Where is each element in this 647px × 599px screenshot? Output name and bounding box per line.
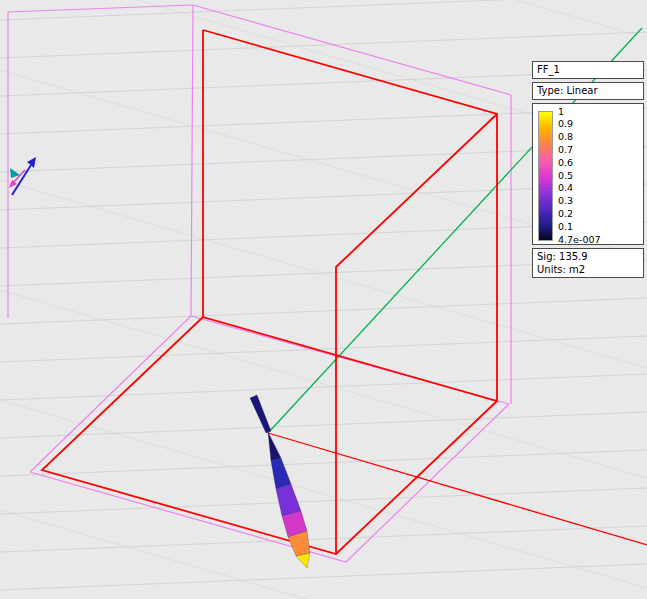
colorbar-tick: 0.9: [558, 118, 640, 129]
legend-type-box: Type: Linear: [532, 82, 644, 100]
colorbar-gradient-rect: [539, 112, 552, 240]
colorbar-tick: 0.6: [558, 157, 640, 168]
3d-viewport[interactable]: FF_1 Type: Linear 1 0.9 0.8 0.7 0.6 0.5 …: [0, 0, 647, 599]
colorbar-tick: 0.2: [558, 208, 640, 219]
colorbar-tick: 0.5: [558, 170, 640, 181]
legend-sig: Sig: 135.9: [537, 250, 639, 263]
farfield-legend[interactable]: FF_1 Type: Linear 1 0.9 0.8 0.7 0.6 0.5 …: [532, 61, 644, 281]
colorbar: [538, 111, 553, 241]
colorbar-tick: 0.7: [558, 144, 640, 155]
colorbar-tick: 0.8: [558, 131, 640, 142]
legend-title-box: FF_1: [532, 61, 644, 79]
colorbar-tick: 1: [558, 106, 640, 117]
colorbar-tick: 0.4: [558, 182, 640, 193]
legend-stats-box: Sig: 135.9 Units: m2: [532, 248, 644, 278]
colorbar-tick: 0.1: [558, 221, 640, 232]
legend-scale-box: 1 0.9 0.8 0.7 0.6 0.5 0.4 0.3 0.2 0.1 4.…: [532, 103, 644, 245]
legend-type: Type: Linear: [537, 85, 598, 96]
legend-units: Units: m2: [537, 263, 639, 276]
colorbar-tick: 4.7e-007: [558, 234, 640, 245]
colorbar-tick: 0.3: [558, 195, 640, 206]
legend-title: FF_1: [537, 64, 560, 75]
colorbar-gradient: [539, 112, 552, 240]
